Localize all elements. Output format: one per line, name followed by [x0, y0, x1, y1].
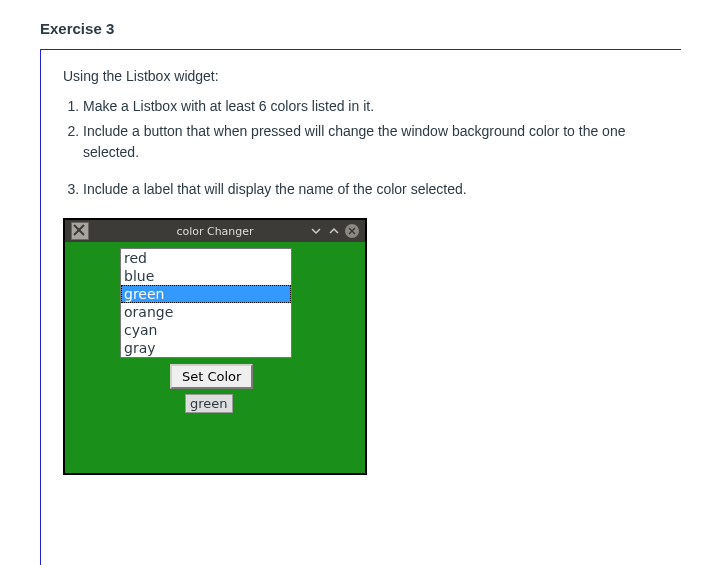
listbox-item-red[interactable]: red [121, 249, 291, 267]
exercise-intro: Using the Listbox widget: [63, 68, 659, 84]
listbox-item-gray[interactable]: gray [121, 339, 291, 357]
tk-titlebar: color Changer [65, 220, 365, 242]
step-1: Make a Listbox with at least 6 colors li… [83, 96, 659, 117]
set-color-button[interactable]: Set Color [170, 364, 253, 389]
step-2: Include a button that when pressed will … [83, 121, 659, 163]
exercise-title: Exercise 3 [40, 20, 681, 37]
app-icon [71, 222, 89, 240]
exercise-panel: Using the Listbox widget: Make a Listbox… [40, 49, 681, 565]
tk-window: color Changer red blue green orange cyan… [63, 218, 367, 475]
close-icon[interactable] [345, 224, 359, 238]
exercise-steps: Make a Listbox with at least 6 colors li… [83, 96, 659, 200]
listbox-item-orange[interactable]: orange [121, 303, 291, 321]
color-listbox[interactable]: red blue green orange cyan gray [120, 248, 292, 358]
listbox-item-blue[interactable]: blue [121, 267, 291, 285]
listbox-item-cyan[interactable]: cyan [121, 321, 291, 339]
listbox-item-green[interactable]: green [121, 285, 291, 303]
step-3: Include a label that will display the na… [83, 179, 659, 200]
tk-canvas: red blue green orange cyan gray Set Colo… [65, 242, 365, 473]
minimize-icon[interactable] [309, 224, 323, 238]
selected-color-label: green [185, 394, 233, 413]
maximize-icon[interactable] [327, 224, 341, 238]
